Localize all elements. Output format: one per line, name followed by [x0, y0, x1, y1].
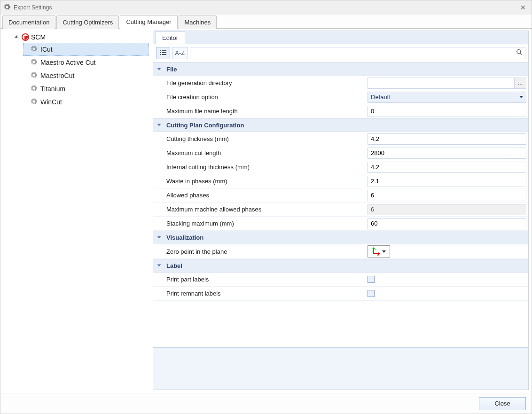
tree-item-label: Maestro Active Cut [40, 59, 96, 66]
print-remnant-labels-checkbox[interactable] [368, 290, 375, 297]
tree-item-label: ICut [40, 46, 53, 53]
svg-text:x: x [377, 253, 379, 256]
prop-label: Internal cutting thickness (mm) [153, 160, 366, 174]
svg-rect-4 [160, 54, 161, 55]
gear-icon [3, 3, 11, 12]
prop-max-file-name-length: Maximum file name length [153, 104, 528, 118]
tree-children: ICut Maestro Active Cut MaestroCut Titan… [23, 43, 149, 109]
editor-tabrow: Editor [153, 31, 529, 44]
prop-print-remnant-labels: Print remnant labels [153, 287, 528, 301]
max-file-name-length-input[interactable] [368, 106, 526, 117]
svg-text:y: y [375, 248, 376, 250]
tree-root-label: SCM [31, 33, 46, 41]
svg-rect-2 [160, 52, 161, 53]
tree-item-wincut[interactable]: WinCut [23, 95, 149, 109]
chevron-down-icon [157, 68, 161, 70]
svg-rect-1 [162, 50, 166, 51]
prop-allowed-phases: Allowed phases [153, 188, 528, 203]
group-title: File [166, 66, 177, 73]
alphabetical-view-button[interactable]: A-Z [172, 47, 188, 59]
allowed-phases-input[interactable] [368, 190, 526, 201]
titlebar: Export Settings ✕ [0, 0, 532, 15]
group-header-file[interactable]: File [153, 62, 528, 76]
group-title: Cutting Plan Configuration [166, 122, 244, 129]
prop-label: Maximum machine allowed phases [153, 203, 366, 216]
editor-pane: Editor A-Z [151, 29, 532, 393]
browse-button[interactable]: … [514, 78, 526, 89]
list-icon [160, 50, 166, 57]
az-label: A-Z [175, 50, 185, 56]
prop-cutting-thickness: Cutting thickness (mm) [153, 132, 528, 146]
property-grid: File File generation directory … File cr… [153, 62, 528, 347]
file-generation-directory-input[interactable] [368, 78, 514, 89]
prop-print-part-labels: Print part labels [153, 273, 528, 287]
svg-rect-0 [160, 50, 161, 51]
chevron-down-icon [15, 35, 19, 39]
max-cut-length-input[interactable] [368, 148, 526, 159]
axis-icon: y x [372, 247, 381, 256]
gear-icon [30, 45, 38, 54]
group-header-visualization[interactable]: Visualization [153, 231, 528, 244]
svg-line-7 [520, 53, 522, 55]
prop-file-creation-option: File creation option Default [153, 90, 528, 104]
print-part-labels-checkbox[interactable] [368, 276, 375, 283]
close-button[interactable]: Close [479, 397, 526, 410]
prop-file-generation-directory: File generation directory … [153, 76, 528, 90]
tree-item-label: MaestroCut [40, 72, 74, 79]
prop-waste-in-phases: Waste in phases (mm) [153, 174, 528, 188]
chevron-down-icon [157, 124, 161, 126]
stacking-maximum-input[interactable] [368, 218, 526, 229]
body: SCM ICut Maestro Active Cut MaestroCut [0, 29, 532, 393]
waste-in-phases-input[interactable] [368, 176, 526, 187]
categorized-view-button[interactable] [156, 47, 170, 59]
tree-item-icut[interactable]: ICut [23, 43, 149, 56]
editor-tab[interactable]: Editor [155, 31, 185, 44]
prop-label: Maximum cut length [153, 146, 366, 160]
gear-icon [30, 58, 38, 67]
tab-machines[interactable]: Machines [179, 16, 217, 29]
window-title: Export Settings [14, 4, 52, 11]
editor-frame: A-Z File File generatio [153, 44, 529, 390]
group-header-label[interactable]: Label [153, 259, 528, 273]
search-icon [516, 49, 523, 57]
tree-item-label: Titanium [40, 85, 65, 93]
prop-label: Print part labels [153, 273, 366, 286]
tree-item-titanium[interactable]: Titanium [23, 82, 149, 95]
chevron-down-icon [382, 250, 386, 253]
tab-label: Machines [185, 19, 211, 26]
gear-icon [30, 85, 38, 94]
prop-max-cut-length: Maximum cut length [153, 146, 528, 160]
svg-point-6 [517, 50, 521, 54]
window-close-button[interactable]: ✕ [517, 4, 529, 11]
svg-rect-3 [162, 52, 166, 53]
prop-stacking-maximum: Stacking maximum (mm) [153, 217, 528, 231]
zero-point-dropdown[interactable]: y x [368, 245, 390, 258]
svg-rect-5 [162, 54, 166, 55]
tree-item-maestro-active-cut[interactable]: Maestro Active Cut [23, 56, 149, 69]
group-header-cutting-plan[interactable]: Cutting Plan Configuration [153, 118, 528, 132]
group-title: Label [166, 262, 182, 269]
property-toolbar: A-Z [153, 44, 528, 62]
tab-cutting-optimizers[interactable]: Cutting Optimizers [56, 16, 119, 29]
property-description-area [153, 347, 528, 390]
tree-item-label: WinCut [40, 98, 62, 106]
dialog-footer: Close [0, 393, 532, 414]
tree-item-maestrocut[interactable]: MaestroCut [23, 69, 149, 82]
editor-tab-label: Editor [162, 34, 178, 41]
chevron-down-icon [157, 265, 161, 267]
chevron-down-icon [519, 96, 523, 98]
tree-root-scm[interactable]: SCM [2, 32, 149, 42]
cutting-thickness-input[interactable] [368, 133, 526, 145]
file-creation-option-dropdown[interactable]: Default [368, 92, 526, 103]
tab-label: Cutting Manager [126, 18, 171, 25]
prop-internal-cutting-thickness: Internal cutting thickness (mm) [153, 160, 528, 174]
internal-cutting-thickness-input[interactable] [368, 162, 526, 173]
tab-cutting-manager[interactable]: Cutting Manager [120, 15, 177, 29]
tree-pane: SCM ICut Maestro Active Cut MaestroCut [0, 29, 151, 393]
tab-documentation[interactable]: Documentation [2, 16, 55, 29]
main-tabstrip: Documentation Cutting Optimizers Cutting… [0, 15, 532, 29]
max-machine-allowed-phases-input [368, 204, 526, 215]
property-search-input[interactable] [190, 47, 525, 59]
export-settings-window: Export Settings ✕ Documentation Cutting … [0, 0, 532, 414]
prop-label: File creation option [153, 90, 366, 104]
